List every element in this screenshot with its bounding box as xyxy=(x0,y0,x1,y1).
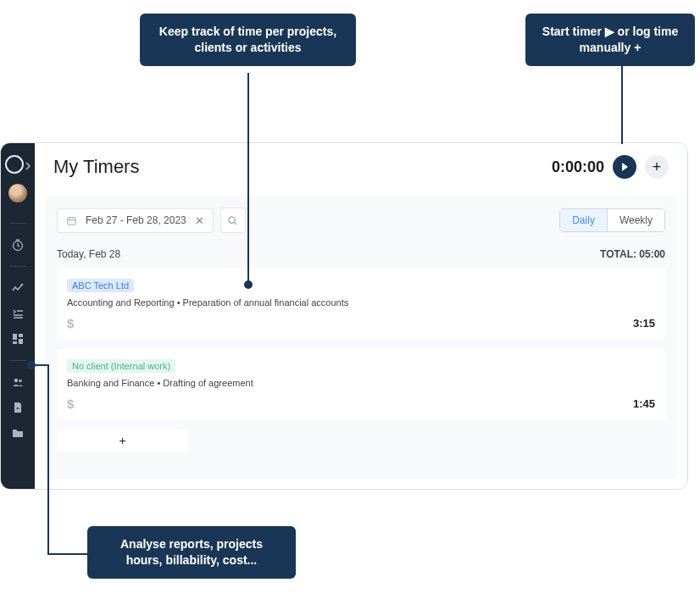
callout-bottom: Analyse reports, projects hours, billabi… xyxy=(87,526,296,579)
page-title: My Timers xyxy=(53,156,552,178)
view-daily-tab[interactable]: Daily xyxy=(560,209,608,231)
date-range-text: Feb 27 - Feb 28, 2023 xyxy=(86,214,186,226)
callout-top-right: Start timer ▶ or log time manually + xyxy=(525,14,695,66)
divider xyxy=(9,223,26,224)
svg-rect-5 xyxy=(13,341,17,344)
time-entry[interactable]: No client (Internal work)Banking and Fin… xyxy=(57,349,665,419)
start-timer-button[interactable] xyxy=(613,155,636,179)
calendar-icon xyxy=(66,215,77,226)
toolbar: Feb 27 - Feb 28, 2023 ✕ Daily Weekly xyxy=(57,208,665,233)
billable-icon[interactable]: $ xyxy=(67,396,74,411)
plus-icon: + xyxy=(653,158,662,176)
client-badge: No client (Internal work) xyxy=(67,359,175,373)
sidebar-item-files[interactable] xyxy=(8,424,27,442)
svg-rect-2 xyxy=(13,334,17,340)
sidebar-item-tasks[interactable] xyxy=(8,304,27,323)
date-range-picker[interactable]: Feb 27 - Feb 28, 2023 ✕ xyxy=(57,208,214,233)
main-panel: My Timers 0:00:00 + Feb 27 - Feb 28, 202… xyxy=(35,143,687,489)
svg-point-6 xyxy=(14,379,18,382)
add-entry-button[interactable]: + xyxy=(57,430,188,452)
view-weekly-tab[interactable]: Weekly xyxy=(608,209,664,231)
view-toggle: Daily Weekly xyxy=(559,208,665,232)
search-icon xyxy=(227,215,238,226)
sidebar xyxy=(1,143,35,489)
sidebar-item-documents[interactable] xyxy=(8,398,27,417)
divider xyxy=(9,266,26,267)
client-badge: ABC Tech Ltd xyxy=(67,279,134,292)
add-time-button[interactable]: + xyxy=(645,155,669,179)
entry-duration: 3:15 xyxy=(633,317,655,330)
callout-top-left: Keep track of time per projects, clients… xyxy=(140,14,356,66)
svg-rect-4 xyxy=(19,339,23,344)
divider xyxy=(9,360,26,361)
svg-point-7 xyxy=(19,380,21,382)
day-total: TOTAL: 05:00 xyxy=(600,248,665,260)
entry-description: Accounting and Reporting • Preparation o… xyxy=(67,297,655,308)
entry-duration: 1:45 xyxy=(633,397,655,410)
expand-sidebar-button[interactable] xyxy=(25,162,31,170)
sidebar-item-timers[interactable] xyxy=(8,236,27,254)
svg-rect-3 xyxy=(19,334,23,337)
sidebar-item-dashboard[interactable] xyxy=(8,330,27,348)
app-window: My Timers 0:00:00 + Feb 27 - Feb 28, 202… xyxy=(0,142,688,490)
play-icon xyxy=(619,162,630,172)
timer-display: 0:00:00 xyxy=(552,158,604,176)
header: My Timers 0:00:00 + xyxy=(35,143,687,186)
billable-icon[interactable]: $ xyxy=(67,316,74,330)
svg-point-9 xyxy=(229,216,235,222)
day-label: Today, Feb 28 xyxy=(57,248,120,260)
clear-date-button[interactable]: ✕ xyxy=(195,214,204,227)
day-summary: Today, Feb 28 TOTAL: 05:00 xyxy=(57,248,665,260)
svg-rect-8 xyxy=(68,217,75,224)
entry-description: Banking and Finance • Drafting of agreem… xyxy=(67,378,655,388)
svg-point-1 xyxy=(21,284,24,286)
search-button[interactable] xyxy=(220,208,246,233)
avatar[interactable] xyxy=(8,184,27,202)
sidebar-item-team[interactable] xyxy=(8,373,27,391)
logo-icon xyxy=(5,155,24,174)
sidebar-item-analytics[interactable] xyxy=(8,279,27,297)
time-entry[interactable]: ABC Tech LtdAccounting and Reporting • P… xyxy=(57,269,665,339)
content-area: Feb 27 - Feb 28, 2023 ✕ Daily Weekly Tod… xyxy=(45,196,677,479)
